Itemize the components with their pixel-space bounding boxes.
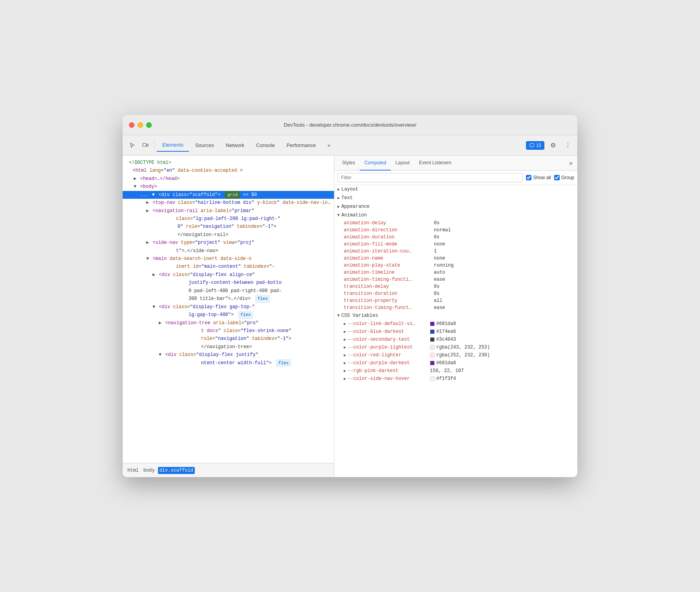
- devtools-window: DevTools - developer.chrome.com/docs/dev…: [123, 115, 577, 477]
- show-all-label: Show all: [533, 175, 551, 180]
- dom-line-side-nav[interactable]: ▶ <side-nav type="project" view="proj" t…: [123, 239, 334, 255]
- swatch-purple-lightest[interactable]: [430, 345, 435, 350]
- group-label: Group: [561, 175, 574, 180]
- swatch-purple-darkest[interactable]: [430, 361, 435, 365]
- show-all-group: Show all: [526, 175, 551, 180]
- tab-layout[interactable]: Layout: [391, 156, 414, 171]
- section-appearance-label: Appearance: [341, 204, 370, 209]
- var-color-side-nav-hover: ▶ --color-side-nav-hover #f1f3f4: [334, 375, 577, 383]
- tab-more[interactable]: »: [322, 139, 336, 152]
- select-element-button[interactable]: [126, 139, 138, 152]
- grid-badge[interactable]: grid: [225, 191, 240, 199]
- section-animation-arrow: ▶: [336, 214, 341, 216]
- dom-line-doctype[interactable]: <!DOCTYPE html>: [123, 159, 334, 167]
- flex-badge-1[interactable]: flex: [255, 295, 270, 303]
- maximize-button[interactable]: [146, 122, 152, 128]
- prop-transition-duration: transition-duration 0s: [334, 290, 577, 297]
- filter-input[interactable]: [337, 173, 523, 182]
- dom-tree[interactable]: <!DOCTYPE html> <html lang="en" data-coo…: [123, 156, 334, 463]
- breadcrumb: html body div.scaffold: [123, 463, 334, 477]
- var-color-red-lighter: ▶ --color-red-lighter rgba(252, 232, 230…: [334, 351, 577, 359]
- more-options-button[interactable]: ⋮: [562, 139, 574, 152]
- flex-badge-2[interactable]: flex: [238, 311, 253, 319]
- minimize-button[interactable]: [138, 122, 143, 128]
- dom-line-nav-tree[interactable]: ▶ <navigation-tree aria-label="pro" t do…: [123, 319, 334, 351]
- section-text[interactable]: ▶ Text: [334, 194, 577, 202]
- comment-badge[interactable]: 15: [526, 141, 544, 150]
- section-layout-arrow: ▶: [337, 187, 340, 192]
- tab-event-listeners[interactable]: Event Listeners: [414, 156, 456, 171]
- dom-line-top-nav[interactable]: ▶ <top-nav class="hairline-bottom dis" y…: [123, 199, 334, 207]
- comment-count: 15: [536, 143, 541, 148]
- dom-line-html[interactable]: <html lang="en" data-cookies-accepted >: [123, 167, 334, 174]
- var-color-blue-darkest: ▶ --color-blue-darkest #174ea6: [334, 328, 577, 336]
- tab-console[interactable]: Console: [251, 139, 281, 152]
- var-rgb-pink-darkest: ▶ --rgb-pink-darkest 156, 22, 107: [334, 367, 577, 375]
- var-color-purple-darkest: ▶ --color-purple-darkest #681da8: [334, 359, 577, 367]
- prop-transition-delay: transition-delay 0s: [334, 283, 577, 290]
- device-icon: [142, 142, 149, 149]
- computed-properties[interactable]: ▶ Layout ▶ Text ▶ Appearance ▶ Animation: [334, 185, 577, 477]
- swatch-secondary-text[interactable]: [430, 337, 435, 342]
- section-css-vars-arrow: ▶: [336, 314, 341, 317]
- var-color-link-default: ▶ --color-link-default-vi… #681da8: [334, 320, 577, 328]
- svg-rect-1: [147, 144, 148, 146]
- styles-panel: Styles Computed Layout Event Listeners »…: [334, 156, 577, 477]
- prop-transition-timing: transition-timing-funct… ease: [334, 304, 577, 311]
- swatch-side-nav-hover[interactable]: [430, 376, 435, 381]
- comment-icon: [529, 143, 535, 148]
- breadcrumb-scaffold[interactable]: div.scaffold: [158, 467, 195, 474]
- swatch-red-lighter[interactable]: [430, 353, 435, 358]
- toolbar-right: 15 ⚙ ⋮: [526, 139, 574, 152]
- prop-animation-direction: animation-direction normal: [334, 227, 577, 234]
- cursor-icon: [129, 142, 135, 149]
- tab-styles[interactable]: Styles: [337, 156, 360, 171]
- devtools-toolbar: Elements Sources Network Console Perform…: [123, 135, 577, 156]
- device-toggle-button[interactable]: [139, 139, 152, 152]
- section-appearance[interactable]: ▶ Appearance: [334, 202, 577, 211]
- window-title: DevTools - developer.chrome.com/docs/dev…: [284, 122, 416, 128]
- tab-computed[interactable]: Computed: [360, 156, 391, 171]
- breadcrumb-body[interactable]: body: [142, 467, 156, 474]
- traffic-lights: [129, 122, 152, 128]
- doctype-text: <!DOCTYPE html>: [129, 160, 171, 165]
- dom-line-div-flex[interactable]: ▼ <div class="display-flex gap-top-" lg:…: [123, 303, 334, 319]
- dom-line-div-flex2[interactable]: ▼ <div class="display-flex justify" nten…: [123, 351, 334, 367]
- var-color-secondary-text: ▶ --color-secondary-text #3c4043: [334, 336, 577, 343]
- section-text-arrow: ▶: [337, 196, 340, 200]
- group-checkbox[interactable]: [554, 175, 560, 180]
- tab-network[interactable]: Network: [220, 139, 250, 152]
- show-all-checkbox[interactable]: [526, 175, 531, 180]
- toolbar-separator-1: [154, 141, 154, 150]
- settings-button[interactable]: ⚙: [547, 139, 559, 152]
- breadcrumb-html[interactable]: html: [126, 467, 140, 474]
- more-icon: ⋮: [565, 142, 571, 149]
- dom-line-div-title[interactable]: ▶ <div class="display-flex align-ce" jus…: [123, 271, 334, 303]
- dom-line-main[interactable]: ▼ <main data-search-inert data-side-n in…: [123, 255, 334, 271]
- tab-performance[interactable]: Performance: [281, 139, 321, 152]
- prop-animation-timeline: animation-timeline auto: [334, 269, 577, 276]
- panel-tab-more[interactable]: »: [568, 160, 574, 167]
- tab-elements[interactable]: Elements: [157, 139, 189, 152]
- section-layout[interactable]: ▶ Layout: [334, 185, 577, 194]
- tab-sources[interactable]: Sources: [190, 139, 219, 152]
- dom-line-head[interactable]: ▶ <head>…</head>: [123, 175, 334, 183]
- dom-line-body[interactable]: ▼ <body>: [123, 183, 334, 191]
- section-css-vars[interactable]: ▶ CSS Variables: [334, 311, 577, 320]
- section-css-vars-label: CSS Variables: [341, 313, 378, 318]
- section-appearance-arrow: ▶: [337, 204, 340, 209]
- swatch-blue-darkest[interactable]: [430, 329, 435, 334]
- flex-badge-3[interactable]: flex: [276, 359, 291, 367]
- prop-animation-name: animation-name none: [334, 255, 577, 262]
- swatch-color-link[interactable]: [430, 321, 435, 326]
- close-button[interactable]: [129, 122, 134, 128]
- prop-transition-property: transition-property all: [334, 297, 577, 304]
- prop-animation-timing: animation-timing-functi… ease: [334, 276, 577, 283]
- main-content: <!DOCTYPE html> <html lang="en" data-coo…: [123, 156, 577, 477]
- section-animation[interactable]: ▶ Animation: [334, 211, 577, 220]
- title-bar: DevTools - developer.chrome.com/docs/dev…: [123, 115, 577, 135]
- dom-line-nav-rail[interactable]: ▶ <navigation-rail aria-label="primar" c…: [123, 207, 334, 239]
- dom-line-scaffold[interactable]: ... ▼ <div class="scaffold"> grid == $0: [123, 191, 334, 199]
- group-group: Group: [554, 175, 574, 180]
- prop-animation-fill-mode: animation-fill-mode none: [334, 241, 577, 248]
